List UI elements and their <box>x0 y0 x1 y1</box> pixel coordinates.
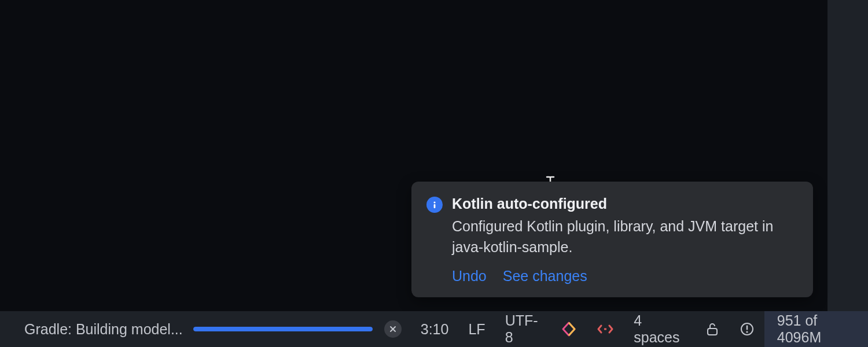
lock-icon[interactable] <box>695 311 730 347</box>
svg-rect-2 <box>604 328 606 330</box>
svg-rect-3 <box>708 328 717 335</box>
notification-body: Kotlin auto-configured Configured Kotlin… <box>452 195 798 285</box>
ai-assistant-icon[interactable] <box>551 311 587 347</box>
background-task[interactable]: Gradle: Building model... <box>0 320 402 338</box>
notification-message: Configured Kotlin plugin, library, and J… <box>452 216 798 258</box>
cursor-position[interactable]: 3:10 <box>411 311 459 347</box>
file-encoding[interactable]: UTF-8 <box>495 311 551 347</box>
notification-popup: Kotlin auto-configured Configured Kotlin… <box>411 182 813 298</box>
memory-indicator[interactable]: 951 of 4096M <box>764 311 868 347</box>
right-gutter <box>827 0 868 311</box>
see-changes-link[interactable]: See changes <box>503 268 587 285</box>
cancel-task-button[interactable] <box>384 320 402 338</box>
info-icon <box>426 197 443 213</box>
undo-link[interactable]: Undo <box>452 268 487 285</box>
line-separator[interactable]: LF <box>458 311 495 347</box>
indent-setting[interactable]: 4 spaces <box>624 311 695 347</box>
notification-actions: Undo See changes <box>452 268 798 285</box>
notification-title: Kotlin auto-configured <box>452 195 798 212</box>
progress-fill <box>193 327 373 331</box>
svg-rect-5 <box>746 326 748 330</box>
status-bar: Gradle: Building model... 3:10 LF UTF-8 … <box>0 311 868 347</box>
svg-rect-1 <box>434 204 436 208</box>
svg-point-0 <box>433 201 435 203</box>
memory-text: 951 of 4096M <box>777 312 855 346</box>
code-with-me-icon[interactable] <box>587 311 624 347</box>
task-label: Gradle: Building model... <box>24 321 183 338</box>
progress-bar <box>193 327 373 331</box>
svg-point-6 <box>746 331 748 333</box>
problems-icon[interactable] <box>730 311 764 347</box>
close-icon <box>389 325 397 333</box>
